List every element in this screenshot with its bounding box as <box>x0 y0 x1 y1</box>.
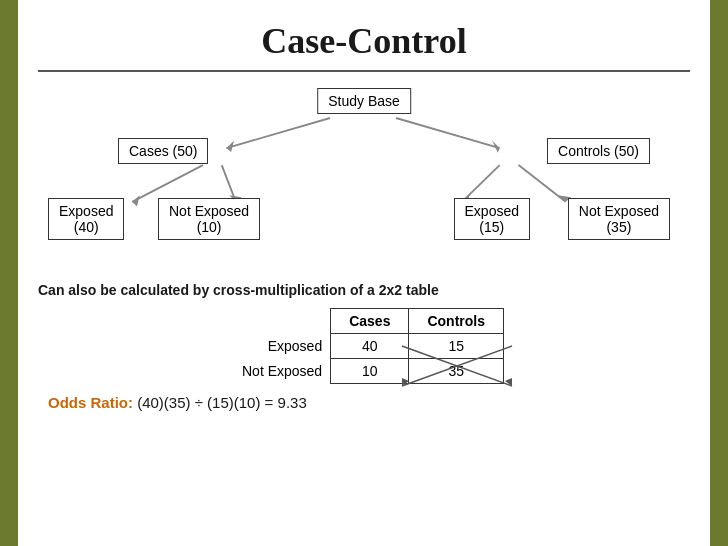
not-exposed-row: Not Exposed 10 35 <box>224 359 504 384</box>
table-container: Cases Controls Exposed 40 15 Not Exposed… <box>38 308 690 384</box>
diagram-container: Study Base Cases (50) Controls (50) Expo… <box>38 88 690 278</box>
study-base-box: Study Base <box>317 88 411 114</box>
svg-marker-5 <box>132 195 140 206</box>
cross-mult-note: Can also be calculated by cross-multipli… <box>38 282 690 298</box>
cases-header: Cases <box>331 309 409 334</box>
page-title: Case-Control <box>38 10 690 70</box>
svg-line-10 <box>519 165 566 202</box>
odds-ratio-label: Odds Ratio: <box>48 394 133 411</box>
not-exposed-controls-val: 35 <box>409 359 504 384</box>
svg-line-8 <box>462 165 500 202</box>
main-content: Case-Control Study Base <box>18 0 710 546</box>
not-exposed-cases-box: Not Exposed(10) <box>158 198 260 240</box>
svg-marker-14 <box>505 378 512 386</box>
controls-label: Controls (50) <box>558 143 639 159</box>
svg-line-2 <box>396 118 500 148</box>
exposed-controls-val: 15 <box>409 334 504 359</box>
data-table: Cases Controls Exposed 40 15 Not Exposed… <box>224 308 504 384</box>
exposed-cases-val: 40 <box>331 334 409 359</box>
not-exposed-controls-box: Not Exposed(35) <box>568 198 670 240</box>
svg-marker-1 <box>226 141 234 152</box>
not-exposed-row-label: Not Exposed <box>224 359 331 384</box>
diagram-arrows <box>38 88 690 278</box>
study-base-label: Study Base <box>328 93 400 109</box>
exposed-row: Exposed 40 15 <box>224 334 504 359</box>
svg-line-4 <box>132 165 203 202</box>
right-accent-bar <box>710 0 728 546</box>
svg-line-6 <box>222 165 236 202</box>
controls-header: Controls <box>409 309 504 334</box>
odds-ratio-formula: (40)(35) ÷ (15)(10) = 9.33 <box>137 394 307 411</box>
table-header-row: Cases Controls <box>224 309 504 334</box>
odds-ratio-line: Odds Ratio: (40)(35) ÷ (15)(10) = 9.33 <box>48 394 690 411</box>
svg-line-0 <box>226 118 330 148</box>
table-wrapper: Cases Controls Exposed 40 15 Not Exposed… <box>224 308 504 384</box>
svg-marker-3 <box>492 141 500 153</box>
not-exposed-cases-val: 10 <box>331 359 409 384</box>
exposed-row-label: Exposed <box>224 334 331 359</box>
cases-label: Cases (50) <box>129 143 197 159</box>
exposed-cases-box: Exposed(40) <box>48 198 124 240</box>
exposed-controls-box: Exposed(15) <box>454 198 530 240</box>
title-divider <box>38 70 690 72</box>
controls-box: Controls (50) <box>547 138 650 164</box>
left-accent-bar <box>0 0 18 546</box>
header-empty-cell <box>224 309 331 334</box>
cases-box: Cases (50) <box>118 138 208 164</box>
